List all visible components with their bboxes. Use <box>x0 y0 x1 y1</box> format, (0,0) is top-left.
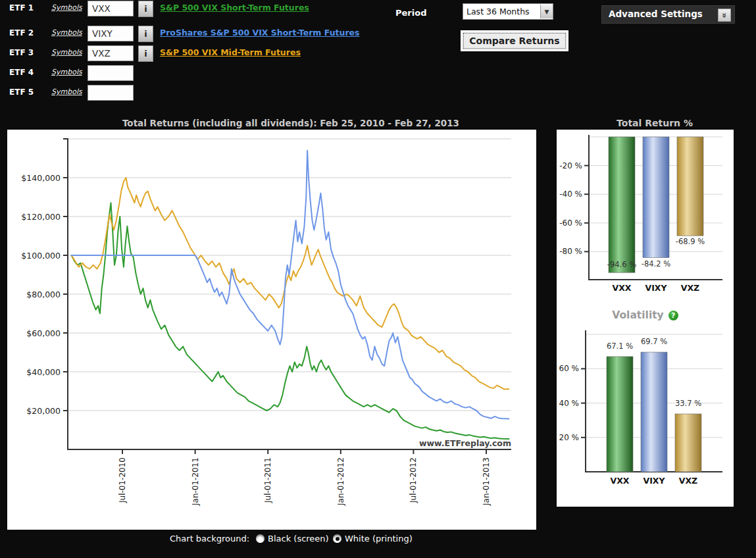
black-screen-radio[interactable] <box>256 534 265 543</box>
svg-text:$20,000: $20,000 <box>26 406 61 416</box>
total-returns-line-chart: $140,000$120,000$100,000$80,000$60,000$4… <box>7 130 536 530</box>
svg-text:Jul-01-2011: Jul-01-2011 <box>263 457 272 503</box>
etf1-info-button[interactable]: i <box>138 1 153 17</box>
svg-text:20 %: 20 % <box>559 433 580 442</box>
svg-text:33.7 %: 33.7 % <box>675 399 701 408</box>
etf-row: ETF 4 Symbols <box>0 64 461 82</box>
svg-text:$60,000: $60,000 <box>26 328 61 338</box>
svg-text:Jul-01-2012: Jul-01-2012 <box>409 457 418 503</box>
svg-text:60 %: 60 % <box>559 364 580 373</box>
svg-text:69.7 %: 69.7 % <box>641 337 667 346</box>
help-icon[interactable]: ? <box>668 311 678 320</box>
period-select[interactable]: Last 36 Months ▼ <box>463 3 553 20</box>
etf3-ticker-input[interactable] <box>88 45 134 61</box>
etf4-label: ETF 4 <box>9 68 34 77</box>
etfreplay-page: ETF 1 Symbols i S&P 500 VIX Short-Term F… <box>0 0 756 558</box>
svg-text:67.1 %: 67.1 % <box>607 342 633 351</box>
svg-text:$140,000: $140,000 <box>21 173 61 183</box>
white-printing-option-label[interactable]: White (printing) <box>345 534 413 544</box>
advanced-settings-label: Advanced Settings <box>609 9 703 19</box>
period-select-value: Last 36 Months <box>463 7 540 16</box>
svg-text:VXX: VXX <box>611 476 630 486</box>
etf5-label: ETF 5 <box>9 88 34 97</box>
etf2-info-button[interactable]: i <box>138 26 153 42</box>
chart-background-label: Chart background: <box>170 534 249 544</box>
etf-row: ETF 3 Symbols i S&P 500 VIX Mid-Term Fut… <box>0 45 461 62</box>
svg-text:-68.9 %: -68.9 % <box>676 237 705 246</box>
etf1-ticker-input[interactable] <box>88 1 134 16</box>
double-chevron-down-icon[interactable]: » <box>718 9 731 22</box>
etf1-symbols-link[interactable]: Symbols <box>51 3 82 12</box>
etf5-symbols-link[interactable]: Symbols <box>51 88 82 96</box>
volatility-title-row: Volatility ? <box>557 309 734 321</box>
svg-text:VIXY: VIXY <box>645 283 667 293</box>
svg-text:-84.2 %: -84.2 % <box>642 259 670 268</box>
svg-text:Jan-01-2011: Jan-01-2011 <box>191 457 200 506</box>
svg-text:$100,000: $100,000 <box>21 251 61 261</box>
etf2-name-link[interactable]: ProShares S&P 500 VIX Short-Term Futures <box>160 28 360 38</box>
period-label: Period <box>395 8 426 18</box>
svg-text:VXX: VXX <box>613 283 632 293</box>
white-printing-radio[interactable] <box>333 534 341 543</box>
etf3-symbols-link[interactable]: Symbols <box>51 48 82 57</box>
etf3-info-button[interactable]: i <box>138 45 153 62</box>
svg-text:-94.6 %: -94.6 % <box>607 260 636 269</box>
etf5-ticker-input[interactable] <box>88 85 134 101</box>
advanced-settings-bar[interactable]: Advanced Settings » <box>601 5 735 24</box>
svg-text:-80 %: -80 % <box>559 247 582 256</box>
etf-row: ETF 1 Symbols i S&P 500 VIX Short-Term F… <box>0 0 461 17</box>
svg-text:VXZ: VXZ <box>679 476 697 486</box>
etf3-name-link[interactable]: S&P 500 VIX Mid-Term Futures <box>160 47 301 57</box>
svg-text:$40,000: $40,000 <box>26 367 61 377</box>
main-chart-title: Total Returns (including all dividends):… <box>68 118 514 128</box>
svg-text:Jan-01-2013: Jan-01-2013 <box>482 457 491 506</box>
volatility-title: Volatility <box>612 309 663 321</box>
svg-text:Jan-01-2012: Jan-01-2012 <box>336 457 345 506</box>
svg-text:VIXY: VIXY <box>643 476 665 486</box>
svg-text:$120,000: $120,000 <box>21 212 61 222</box>
svg-text:$80,000: $80,000 <box>26 290 61 299</box>
svg-text:-20 %: -20 % <box>559 161 582 170</box>
svg-text:40 %: 40 % <box>559 399 580 408</box>
etf4-symbols-link[interactable]: Symbols <box>51 68 82 76</box>
etf3-label: ETF 3 <box>9 48 34 57</box>
svg-text:www.ETFreplay.com: www.ETFreplay.com <box>419 438 511 448</box>
svg-text:-40 %: -40 % <box>559 190 582 199</box>
etf-row: ETF 2 Symbols i ProShares S&P 500 VIX Sh… <box>0 25 461 42</box>
etf-row: ETF 5 Symbols <box>0 84 461 101</box>
svg-text:VXZ: VXZ <box>681 283 699 293</box>
etf2-symbols-link[interactable]: Symbols <box>51 28 82 37</box>
total-return-bar-title: Total Return % <box>576 118 734 128</box>
etf4-ticker-input[interactable] <box>88 65 134 81</box>
etf2-ticker-input[interactable] <box>88 26 134 41</box>
etf1-name-link[interactable]: S&P 500 VIX Short-Term Futures <box>160 3 309 13</box>
svg-text:-60 %: -60 % <box>559 218 582 228</box>
compare-returns-button[interactable]: Compare Returns <box>461 30 568 51</box>
etf2-label: ETF 2 <box>9 28 34 38</box>
black-screen-option-label[interactable]: Black (screen) <box>268 534 329 544</box>
dropdown-arrow-icon[interactable]: ▼ <box>540 5 553 18</box>
svg-text:Jul-01-2010: Jul-01-2010 <box>118 457 127 503</box>
etf1-label: ETF 1 <box>9 3 34 13</box>
total-returns-chart-panel: $140,000$120,000$100,000$80,000$60,000$4… <box>7 130 536 530</box>
